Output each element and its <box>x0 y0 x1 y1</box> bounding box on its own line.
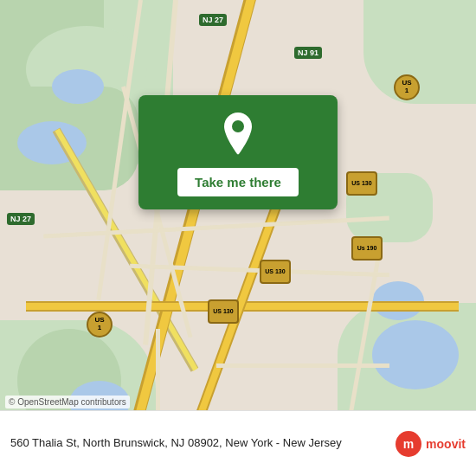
road-local <box>216 363 389 368</box>
road-badge-us130-center: US 130 <box>260 260 291 284</box>
road-badge-us190: Us 190 <box>351 236 383 261</box>
map-card: Take me there <box>138 95 338 209</box>
svg-text:m: m <box>403 437 414 451</box>
road-badge-nj27-road: NJ 27 <box>7 213 35 225</box>
svg-point-0 <box>232 120 244 132</box>
road-badge-us1-mid: US1 <box>87 312 113 338</box>
location-pin-icon <box>219 113 257 159</box>
road-badge-nj27-top: NJ 27 <box>199 14 227 26</box>
address-text: 560 Thalia St, North Brunswick, NJ 08902… <box>10 435 386 451</box>
map-copyright: © OpenStreetMap contributors <box>5 396 130 408</box>
moovit-icon: m <box>395 430 422 458</box>
road-badge-us130-left: US 130 <box>208 299 239 324</box>
footer: 560 Thalia St, North Brunswick, NJ 08902… <box>0 410 476 476</box>
water-area <box>52 69 104 104</box>
road-badge-nj91: NJ 91 <box>294 47 322 59</box>
moovit-text: moovit <box>426 437 466 451</box>
map-container: NJ 27 NJ 91 NJ 27 US1 US1 US 130 US 130 … <box>0 0 476 476</box>
road-badge-us1-top: US1 <box>394 74 420 100</box>
road-badge-us130-right: US 130 <box>346 171 377 196</box>
take-me-there-button[interactable]: Take me there <box>177 168 299 196</box>
road-local <box>43 216 389 239</box>
green-area <box>363 0 476 104</box>
water-area <box>372 320 459 389</box>
moovit-logo: m moovit <box>395 430 466 458</box>
